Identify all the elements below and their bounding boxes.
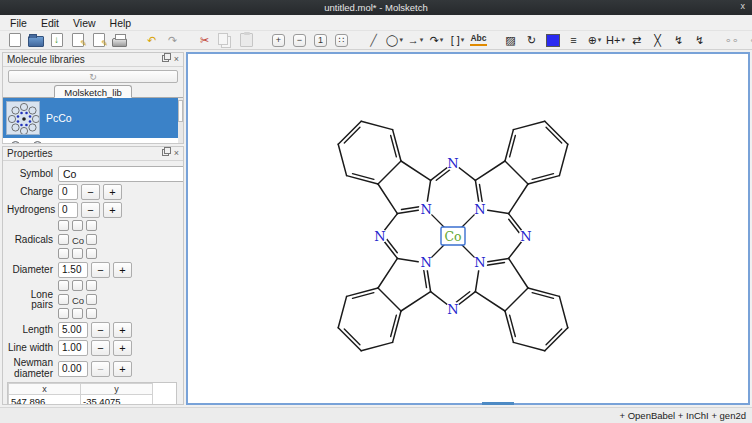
lone-pair-checkbox[interactable] (72, 280, 83, 291)
draw-tool-button[interactable]: ╱ (364, 31, 383, 49)
lone-pair-checkbox[interactable] (72, 308, 83, 319)
nitrogen-atom-label[interactable]: N (474, 202, 485, 217)
canvas-scrollbar[interactable] (482, 402, 514, 405)
chevron-down-icon[interactable]: ▾ (461, 36, 465, 44)
radical-checkbox[interactable] (58, 234, 69, 245)
properties-close-icon[interactable]: × (174, 149, 179, 158)
length-plus-button[interactable]: + (113, 322, 132, 338)
libraries-close-icon[interactable]: × (174, 55, 179, 64)
color-picker-button[interactable] (543, 31, 562, 49)
diameter-value[interactable]: 1.50 (58, 262, 88, 278)
radical-checkbox[interactable] (72, 220, 83, 231)
symbol-input[interactable] (58, 166, 183, 182)
charge-minus-button[interactable]: − (81, 184, 100, 200)
rotate-tool-button[interactable]: ↻ (522, 31, 541, 49)
diameter-plus-button[interactable]: + (113, 262, 132, 278)
library-scrollbar[interactable] (178, 98, 183, 143)
length-value[interactable]: 5.00 (58, 322, 88, 338)
hydrogens-plus-button[interactable]: + (103, 202, 122, 218)
window-close-button[interactable]: x (741, 1, 746, 11)
nitrogen-atom-label[interactable]: N (447, 302, 458, 317)
lone-pair-checkbox[interactable] (58, 308, 69, 319)
cut-button[interactable]: ✂ (195, 31, 214, 49)
radical-checkbox[interactable] (86, 234, 97, 245)
electron-flow-tool-2-button[interactable]: ↯ (690, 31, 709, 49)
chevron-down-icon[interactable]: ▾ (420, 36, 424, 44)
radical-checkbox[interactable] (86, 220, 97, 231)
connect-tool-button[interactable]: ⇄ (627, 31, 646, 49)
drawing-canvas[interactable]: NNNNNNNNCo (186, 52, 750, 405)
text-tool-button[interactable]: Abc (469, 31, 488, 49)
line-width-tool-button[interactable]: ≡ (564, 31, 583, 49)
lone-pair-checkbox[interactable] (58, 294, 69, 305)
library-item-pcco[interactable]: PcCo (3, 98, 183, 138)
lone-pair-checkbox[interactable] (86, 280, 97, 291)
electron-flow-tool-button[interactable]: ↯ (669, 31, 688, 49)
mechanism-arrow-tool-button[interactable]: ↷▾ (427, 31, 446, 49)
newman-plus-button[interactable]: + (113, 361, 132, 377)
line-width-minus-button[interactable]: − (91, 340, 110, 356)
menu-edit[interactable]: Edit (34, 16, 66, 30)
nitrogen-atom-label[interactable]: N (420, 255, 431, 270)
line-width-plus-button[interactable]: + (113, 340, 132, 356)
lone-pair-checkbox[interactable] (86, 294, 97, 305)
hash-tool-button[interactable]: ▨ (501, 31, 520, 49)
coord-x-value[interactable]: 547.896 (9, 395, 81, 405)
nitrogen-atom-label[interactable]: N (520, 229, 531, 244)
library-item-partial[interactable] (3, 138, 183, 143)
zoom-out-button[interactable]: − (290, 31, 309, 49)
hydrogens-minus-button[interactable]: − (81, 202, 100, 218)
properties-float-icon[interactable] (162, 149, 169, 158)
length-minus-button[interactable]: − (91, 322, 110, 338)
diameter-minus-button[interactable]: − (91, 262, 110, 278)
coord-y-value[interactable]: -35.4075 (81, 395, 153, 405)
open-file-button[interactable] (26, 31, 45, 49)
menu-view[interactable]: View (66, 16, 103, 30)
libraries-float-icon[interactable] (162, 55, 169, 64)
ring-tool-button[interactable]: ◯▾ (385, 31, 404, 49)
properties-panel-title: Properties (7, 148, 157, 159)
undo-button[interactable]: ↶ (142, 31, 161, 49)
nitrogen-atom-label[interactable]: N (474, 255, 485, 270)
bracket-tool-button[interactable]: [ ]▾ (448, 31, 467, 49)
tab-molsketch-lib[interactable]: Molsketch_lib (54, 85, 132, 98)
menu-bar: FileEditViewHelp (0, 15, 752, 31)
chevron-down-icon[interactable]: ▾ (621, 36, 625, 44)
redo-button[interactable]: ↷ (163, 31, 182, 49)
print-button[interactable] (110, 31, 129, 49)
newman-diameter-value[interactable]: 0.00 (58, 361, 88, 377)
radical-checkbox[interactable] (58, 248, 69, 259)
radical-checkbox[interactable] (58, 220, 69, 231)
export-button[interactable] (89, 31, 108, 49)
menu-help[interactable]: Help (103, 16, 139, 30)
zoom-reset-button[interactable]: 1 (311, 31, 330, 49)
charge-tool-button[interactable]: ⊕▾ (585, 31, 604, 49)
charge-plus-button[interactable]: + (103, 184, 122, 200)
cobalt-atom-label[interactable]: Co (444, 229, 461, 244)
nitrogen-atom-label[interactable]: N (420, 202, 431, 217)
charge-value[interactable]: 0 (58, 184, 78, 200)
library-refresh-button[interactable]: ↻ (8, 70, 178, 83)
line-width-value[interactable]: 1.00 (58, 340, 88, 356)
zoom-in-button[interactable]: + (269, 31, 288, 49)
delete-tool-button[interactable]: ╳ (648, 31, 667, 49)
lone-pair-checkbox[interactable] (86, 308, 97, 319)
menu-file[interactable]: File (3, 16, 34, 30)
new-file-button[interactable] (5, 31, 24, 49)
lone-pair-checkbox[interactable] (58, 280, 69, 291)
zoom-fit-button[interactable]: ∷ (332, 31, 351, 49)
newman-minus-button[interactable]: − (91, 361, 110, 377)
nitrogen-atom-label[interactable]: N (374, 229, 385, 244)
nitrogen-atom-label[interactable]: N (447, 156, 458, 171)
save-button[interactable] (47, 31, 66, 49)
reaction-arrow-tool-button[interactable]: →▾ (406, 31, 425, 49)
hydrogens-value[interactable]: 0 (58, 202, 78, 218)
save-as-button[interactable] (68, 31, 87, 49)
radical-checkbox[interactable] (86, 248, 97, 259)
electron-flow-tool-2-icon: ↯ (695, 35, 704, 46)
chevron-down-icon[interactable]: ▾ (399, 36, 403, 44)
hydrogen-tool-button[interactable]: H+▾ (606, 31, 625, 49)
chevron-down-icon[interactable]: ▾ (598, 36, 602, 44)
chevron-down-icon[interactable]: ▾ (440, 36, 444, 44)
radical-checkbox[interactable] (72, 248, 83, 259)
